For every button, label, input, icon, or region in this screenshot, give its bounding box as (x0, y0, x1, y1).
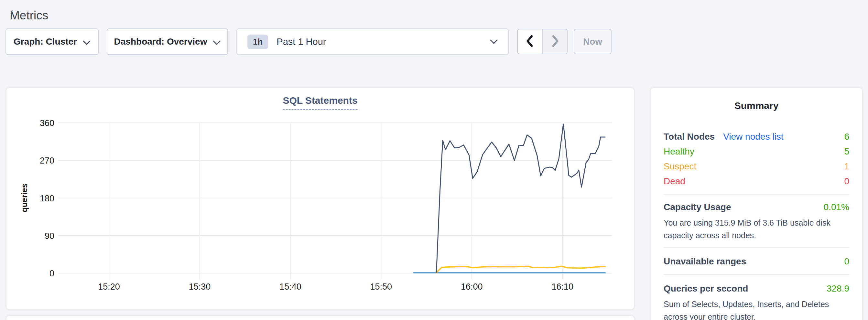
healthy-label: Healthy (663, 144, 694, 159)
chevron-down-icon (490, 39, 498, 45)
dashboard-dropdown-label: Dashboard: Overview (114, 36, 207, 47)
total-nodes-row: Total Nodes View nodes list 6 (663, 129, 849, 144)
view-nodes-link[interactable]: View nodes list (723, 129, 783, 144)
unavailable-ranges-value: 0 (844, 254, 849, 269)
y-tick-label: 180 (40, 194, 54, 203)
unavailable-ranges-row: Unavailable ranges 0 (663, 254, 849, 269)
graph-dropdown[interactable]: Graph: Cluster (5, 28, 99, 55)
divider (663, 247, 849, 248)
x-tick-label: 15:20 (98, 282, 120, 292)
time-range-badge: 1h (247, 35, 268, 49)
y-tick-label: 0 (50, 268, 54, 278)
y-tick-label: 90 (44, 231, 54, 241)
suspect-nodes-row: Suspect 1 (663, 159, 849, 174)
summary-heading: Summary (663, 100, 849, 111)
x-tick-label: 15:30 (189, 282, 211, 292)
next-chart-card-top (6, 316, 634, 320)
graph-dropdown-label: Graph: Cluster (13, 36, 77, 47)
node-status-rows: Total Nodes View nodes list 6 Healthy 5 … (663, 129, 849, 189)
healthy-nodes-row: Healthy 5 (663, 144, 849, 159)
capacity-usage-value: 0.01% (824, 200, 849, 215)
dead-value: 0 (844, 174, 849, 189)
suspect-label: Suspect (663, 159, 696, 174)
chevron-left-icon (525, 34, 535, 49)
x-tick-label: 15:40 (279, 282, 301, 292)
y-tick-label: 360 (40, 118, 54, 128)
capacity-usage-label: Capacity Usage (663, 200, 731, 215)
divider (663, 194, 849, 195)
capacity-usage-description: You are using 315.9 MiB of 3.6 TiB usabl… (663, 217, 849, 242)
x-tick-label: 15:50 (370, 282, 392, 292)
time-range-step-buttons (517, 29, 567, 54)
queries-per-second-value: 328.9 (827, 281, 849, 296)
x-tick-label: 16:10 (551, 282, 574, 292)
y-tick-label: 270 (40, 156, 54, 165)
now-button-label: Now (583, 36, 602, 47)
chevron-right-icon (550, 34, 560, 49)
x-tick-label: 16:00 (461, 282, 483, 292)
divider (663, 274, 849, 275)
prev-time-button[interactable] (518, 29, 542, 54)
queries-per-second-label: Queries per second (663, 281, 748, 296)
dashboard-dropdown[interactable]: Dashboard: Overview (107, 28, 228, 55)
unavailable-ranges-label: Unavailable ranges (663, 254, 746, 269)
chevron-down-icon (213, 37, 221, 47)
healthy-value: 5 (844, 144, 849, 159)
total-nodes-value: 6 (844, 129, 849, 144)
chevron-down-icon (83, 37, 91, 47)
sql-statements-chart-card: SQL Statements 09018027036015:2015:3015:… (6, 88, 634, 309)
next-time-button[interactable] (542, 29, 567, 54)
summary-panel: Summary Total Nodes View nodes list 6 He… (651, 88, 862, 320)
dead-label: Dead (663, 174, 685, 189)
total-nodes-label: Total Nodes (663, 129, 715, 144)
queries-per-second-row: Queries per second 328.9 (663, 281, 849, 296)
time-range-label: Past 1 Hour (277, 36, 326, 47)
dead-nodes-row: Dead 0 (663, 174, 849, 189)
y-axis-label: queries (20, 184, 29, 212)
time-range-selector[interactable]: 1h Past 1 Hour (237, 28, 509, 55)
queries-per-second-description: Sum of Selects, Updates, Inserts, and De… (663, 298, 849, 320)
metrics-page: Metrics Graph: Cluster Dashboard: Overvi… (0, 0, 868, 320)
now-button[interactable]: Now (574, 29, 612, 54)
series-line-low-yellow (436, 266, 605, 273)
suspect-value: 1 (844, 159, 849, 174)
page-title: Metrics (10, 9, 48, 22)
capacity-usage-row: Capacity Usage 0.01% (663, 200, 849, 215)
chart-plot-area[interactable]: 09018027036015:2015:3015:4015:5016:0016:… (6, 88, 634, 309)
